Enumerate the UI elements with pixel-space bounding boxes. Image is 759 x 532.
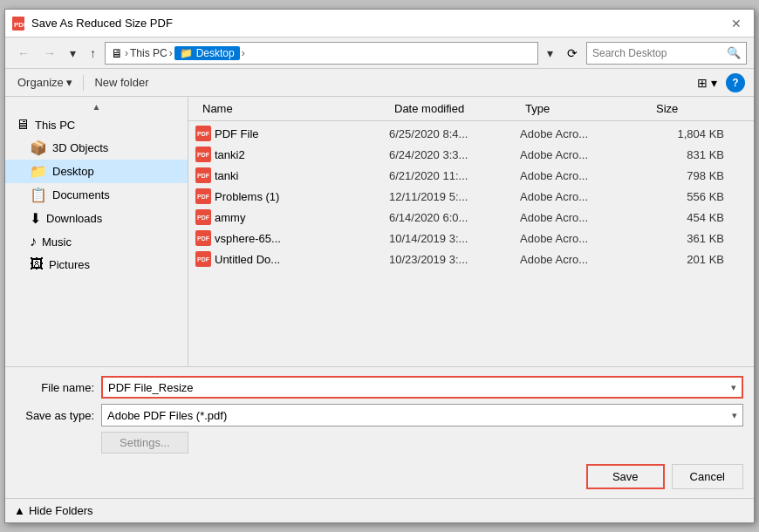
pdf-icon: PDF — [195, 251, 211, 267]
sidebar: ▲ 🖥 This PC 📦 3D Objects 📁 Desktop 📋 Doc… — [5, 97, 188, 366]
close-button[interactable]: ✕ — [726, 15, 747, 32]
save-button[interactable]: Save — [586, 464, 665, 489]
file-size: 798 KB — [651, 169, 738, 182]
main-area: ▲ 🖥 This PC 📦 3D Objects 📁 Desktop 📋 Doc… — [5, 97, 754, 366]
column-header-type[interactable]: Type — [518, 100, 649, 117]
file-area: Name Date modified Type Size PDF PDF Fil… — [188, 97, 754, 366]
file-size: 361 KB — [651, 232, 738, 245]
sidebar-label-music: Music — [42, 235, 72, 249]
dropdown-nav-button[interactable]: ▾ — [65, 43, 81, 64]
music-icon: ♪ — [30, 234, 37, 249]
sidebar-item-music[interactable]: ♪ Music — [5, 230, 188, 253]
sidebar-item-3d-objects[interactable]: 📦 3D Objects — [5, 136, 188, 160]
view-button[interactable]: ⊞ ▾ — [692, 73, 722, 92]
pdf-icon: PDF — [195, 167, 211, 183]
save-dialog: PDF Save As Reduced Size PDF ✕ ← → ▾ ↑ 🖥… — [4, 9, 755, 523]
pictures-icon: 🖼 — [30, 256, 44, 272]
sidebar-item-documents[interactable]: 📋 Documents — [5, 183, 188, 207]
sidebar-label-3d-objects: 3D Objects — [52, 141, 108, 154]
toolbar: Organize ▾ New folder ⊞ ▾ ? — [5, 69, 754, 97]
documents-icon: 📋 — [30, 187, 47, 203]
toolbar-right: ⊞ ▾ ? — [692, 73, 745, 92]
settings-button[interactable]: Settings... — [101, 432, 188, 454]
dialog-title: Save As Reduced Size PDF — [31, 17, 726, 30]
forward-button[interactable]: → — [38, 43, 61, 64]
sidebar-item-downloads[interactable]: ⬇ Downloads — [5, 207, 188, 230]
filename-label: File name: — [16, 381, 94, 394]
column-header-size[interactable]: Size — [649, 100, 736, 117]
hide-folders-button[interactable]: ▲ Hide Folders — [14, 504, 93, 517]
navigation-bar: ← → ▾ ↑ 🖥 › This PC › 📁 Desktop › ▾ ⟳ 🔍 — [5, 38, 754, 69]
search-input[interactable] — [592, 47, 723, 59]
table-row[interactable]: PDF tanki 6/21/2020 11:... Adobe Acro...… — [188, 165, 754, 186]
sidebar-label-documents: Documents — [52, 188, 110, 201]
sidebar-scroll-up[interactable]: ▲ — [5, 100, 188, 113]
breadcrumb-dropdown[interactable]: ▾ — [542, 43, 558, 64]
view-dropdown-icon: ▾ — [711, 76, 717, 90]
breadcrumb-folder-icon: 🖥 — [111, 46, 123, 60]
table-row[interactable]: PDF vsphere-65... 10/14/2019 3:... Adobe… — [188, 228, 754, 249]
organize-button[interactable]: Organize ▾ — [14, 74, 76, 91]
sidebar-item-pictures[interactable]: 🖼 Pictures — [5, 253, 188, 276]
file-list-header: Name Date modified Type Size — [188, 97, 754, 121]
form-area: File name: PDF File_Resize ▾ Save as typ… — [5, 366, 754, 498]
table-row[interactable]: PDF Untitled Do... 10/23/2019 3:... Adob… — [188, 249, 754, 269]
file-size: 556 KB — [651, 190, 738, 203]
sidebar-label-downloads: Downloads — [46, 212, 102, 225]
3d-objects-icon: 📦 — [30, 140, 47, 156]
breadcrumb-sep3: › — [242, 47, 245, 59]
file-type: Adobe Acro... — [520, 127, 651, 140]
new-folder-button[interactable]: New folder — [91, 74, 152, 91]
column-header-name[interactable]: Name — [195, 100, 387, 117]
file-date: 10/23/2019 3:... — [389, 253, 520, 266]
file-date: 6/25/2020 8:4... — [389, 127, 520, 140]
folder-icon: 📁 — [180, 47, 193, 59]
filename-input-wrapper[interactable]: PDF File_Resize ▾ — [101, 376, 743, 399]
file-date: 10/14/2019 3:... — [389, 232, 520, 245]
back-button[interactable]: ← — [12, 43, 35, 64]
search-box: 🔍 — [586, 42, 747, 65]
svg-text:PDF: PDF — [14, 21, 26, 29]
this-pc-icon: 🖥 — [16, 117, 30, 133]
breadcrumb-desktop[interactable]: 📁 Desktop — [174, 46, 240, 60]
filetype-dropdown-arrow: ▾ — [732, 410, 737, 421]
file-type: Adobe Acro... — [520, 211, 651, 224]
up-button[interactable]: ↑ — [85, 43, 101, 64]
table-row[interactable]: PDF tanki2 6/24/2020 3:3... Adobe Acro..… — [188, 144, 754, 165]
downloads-icon: ⬇ — [30, 210, 41, 227]
filetype-select[interactable]: Adobe PDF Files (*.pdf) ▾ — [101, 404, 743, 426]
table-row[interactable]: PDF ammy 6/14/2020 6:0... Adobe Acro... … — [188, 207, 754, 228]
sidebar-label-this-pc: This PC — [35, 119, 75, 132]
filename-dropdown-arrow: ▾ — [731, 382, 736, 393]
table-row[interactable]: PDF Problems (1) 12/11/2019 5:... Adobe … — [188, 186, 754, 207]
view-icon: ⊞ — [697, 76, 708, 90]
filename-value: PDF File_Resize — [108, 381, 194, 394]
cancel-button[interactable]: Cancel — [672, 464, 743, 489]
file-name: vsphere-65... — [215, 232, 389, 245]
file-type: Adobe Acro... — [520, 148, 651, 161]
file-date: 6/14/2020 6:0... — [389, 211, 520, 224]
file-type: Adobe Acro... — [520, 232, 651, 245]
sidebar-item-this-pc[interactable]: 🖥 This PC — [5, 113, 188, 136]
refresh-button[interactable]: ⟳ — [562, 43, 583, 64]
sidebar-item-desktop[interactable]: 📁 Desktop — [5, 160, 188, 183]
file-type: Adobe Acro... — [520, 169, 651, 182]
column-header-date[interactable]: Date modified — [387, 100, 518, 117]
pdf-icon: PDF — [195, 209, 211, 225]
title-bar: PDF Save As Reduced Size PDF ✕ — [5, 10, 754, 38]
file-date: 6/24/2020 3:3... — [389, 148, 520, 161]
breadcrumb-sep1: › — [125, 47, 128, 59]
file-size: 201 KB — [651, 253, 738, 266]
breadcrumb: 🖥 › This PC › 📁 Desktop › — [105, 42, 538, 65]
breadcrumb-thispc[interactable]: This PC — [130, 47, 168, 59]
file-name: tanki2 — [215, 148, 389, 161]
pdf-icon: PDF — [195, 188, 211, 204]
table-row[interactable]: PDF PDF File 6/25/2020 8:4... Adobe Acro… — [188, 123, 754, 144]
help-button[interactable]: ? — [726, 73, 745, 92]
filetype-label: Save as type: — [16, 409, 94, 422]
breadcrumb-sep2: › — [169, 47, 173, 59]
pdf-icon: PDF — [195, 126, 211, 141]
filetype-row: Save as type: Adobe PDF Files (*.pdf) ▾ — [16, 404, 743, 426]
file-size: 831 KB — [651, 148, 738, 161]
file-name: Problems (1) — [215, 190, 389, 203]
